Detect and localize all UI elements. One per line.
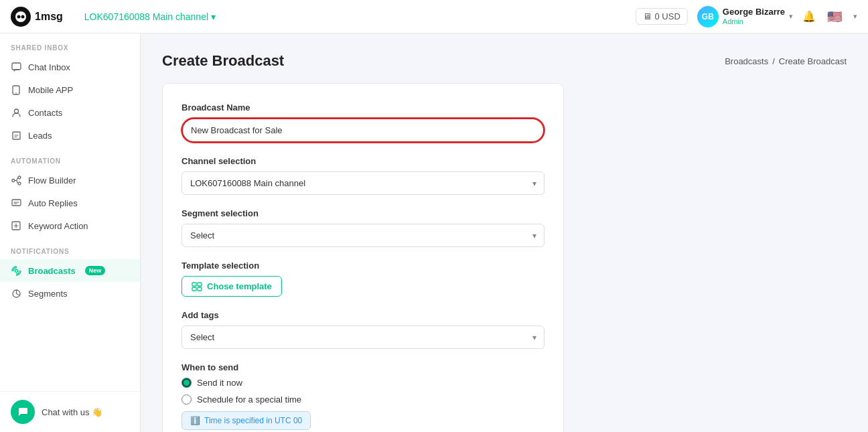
broadcast-name-group: Broadcast Name [182, 102, 545, 143]
svg-point-10 [18, 182, 21, 185]
schedule-option[interactable]: Schedule for a special time [182, 394, 545, 405]
svg-point-8 [12, 179, 15, 182]
schedule-radio[interactable] [182, 394, 192, 405]
utc-note: ℹ️ Time is specified in UTC 00 [182, 411, 311, 430]
template-selection-label: Template selection [182, 261, 545, 271]
broadcasts-new-badge: New [85, 266, 106, 275]
chat-widget-label: Chat with us 👋 [42, 407, 102, 417]
svg-point-2 [21, 15, 25, 18]
create-broadcast-form: Broadcast Name Channel selection LOK6071… [162, 83, 564, 432]
chose-template-button[interactable]: Chose template [182, 276, 282, 297]
sidebar-item-keyword-action[interactable]: Keyword Action [0, 214, 140, 237]
user-details: George Bizarre Admin [723, 7, 785, 26]
sidebar-item-leads[interactable]: Leads [0, 124, 140, 147]
channel-selector[interactable]: LOK607160088 Main channel ▾ [84, 11, 216, 22]
keyword-action-label: Keyword Action [28, 221, 88, 231]
send-now-radio[interactable] [182, 378, 192, 388]
flow-builder-label: Flow Builder [28, 175, 76, 186]
segments-label: Segments [28, 289, 68, 299]
svg-point-13 [15, 269, 17, 272]
utc-note-text: Time is specified in UTC 00 [204, 416, 302, 425]
balance-badge: 🖥 0 USD [636, 8, 688, 25]
mobile-app-icon [11, 84, 21, 95]
channel-select[interactable]: LOK607160088 Main channel [182, 171, 545, 195]
avatar: GB [697, 6, 719, 27]
segment-selection-label: Segment selection [182, 208, 545, 218]
segment-select-wrapper: Select [182, 224, 545, 247]
user-role: Admin [723, 17, 785, 26]
broadcast-name-label: Broadcast Name [182, 102, 545, 113]
keyword-action-icon [11, 220, 21, 231]
schedule-label: Schedule for a special time [197, 394, 301, 405]
contacts-icon [11, 107, 21, 118]
svg-point-6 [14, 109, 18, 113]
user-chevron-icon: ▾ [789, 12, 793, 21]
segments-icon [11, 288, 21, 299]
when-to-send-group: When to send Send it now Schedule for a … [182, 362, 545, 430]
breadcrumb-separator: / [772, 56, 775, 66]
segment-select[interactable]: Select [182, 224, 545, 247]
channel-select-wrapper: LOK607160088 Main channel [182, 171, 545, 195]
broadcast-name-input[interactable] [182, 118, 545, 143]
svg-rect-16 [198, 283, 202, 286]
leads-icon [11, 130, 21, 141]
svg-point-0 [15, 11, 26, 22]
svg-rect-15 [192, 283, 196, 286]
sidebar-item-mobile-app[interactable]: Mobile APP [0, 78, 140, 101]
page-title: Create Broadcast [162, 52, 284, 70]
sidebar-item-chat-inbox[interactable]: Chat Inbox [0, 56, 140, 78]
broadcasts-icon [11, 265, 21, 276]
flag-emoji: 🇺🇸 [827, 10, 842, 23]
balance-value: 0 USD [655, 11, 680, 21]
svg-point-9 [18, 176, 21, 179]
sidebar: SHARED INBOX Chat Inbox Mobile APP Conta… [0, 33, 141, 432]
language-flag[interactable]: 🇺🇸 [825, 10, 844, 23]
channel-name-text: LOK607160088 Main channel [84, 11, 208, 22]
content-area: Create Broadcast Broadcasts / Create Bro… [141, 33, 868, 432]
sidebar-item-segments[interactable]: Segments [0, 282, 140, 305]
tags-select-wrapper: Select [182, 326, 545, 349]
logo-icon [11, 7, 31, 27]
send-timing-radio-group: Send it now Schedule for a special time [182, 378, 545, 405]
sidebar-item-flow-builder[interactable]: Flow Builder [0, 169, 140, 192]
send-now-option[interactable]: Send it now [182, 378, 545, 388]
breadcrumb: Broadcasts / Create Broadcast [725, 56, 847, 66]
sidebar-item-contacts[interactable]: Contacts [0, 101, 140, 124]
svg-rect-17 [192, 287, 196, 291]
breadcrumb-parent[interactable]: Broadcasts [725, 56, 768, 66]
add-tags-group: Add tags Select [182, 310, 545, 349]
chat-widget-icon [11, 400, 35, 424]
tags-select[interactable]: Select [182, 326, 545, 349]
logo-text: 1msg [35, 11, 63, 23]
automation-section-label: AUTOMATION [0, 147, 140, 169]
leads-label: Leads [28, 131, 52, 141]
notifications-section-label: NOTIFICATIONS [0, 237, 140, 259]
page-header: Create Broadcast Broadcasts / Create Bro… [162, 52, 847, 70]
sidebar-item-broadcasts[interactable]: Broadcasts New [0, 259, 140, 282]
user-menu[interactable]: GB George Bizarre Admin ▾ [697, 6, 793, 27]
chat-widget[interactable]: Chat with us 👋 [0, 391, 140, 432]
main-layout: SHARED INBOX Chat Inbox Mobile APP Conta… [0, 33, 868, 432]
send-now-label: Send it now [197, 378, 242, 388]
auto-replies-icon [11, 198, 21, 208]
top-navigation: 1msg LOK607160088 Main channel ▾ 🖥 0 USD… [0, 0, 868, 33]
contacts-label: Contacts [28, 108, 62, 118]
shared-inbox-section-label: SHARED INBOX [0, 33, 140, 56]
logo: 1msg [11, 7, 63, 27]
info-icon: ℹ️ [190, 416, 200, 425]
template-selection-group: Template selection Chose template [182, 261, 545, 297]
svg-point-1 [17, 15, 21, 18]
notification-bell-icon[interactable]: 🔔 [802, 10, 816, 23]
when-to-send-label: When to send [182, 362, 545, 372]
auto-replies-label: Auto Replies [28, 198, 78, 208]
topnav-right: 🖥 0 USD GB George Bizarre Admin ▾ 🔔 🇺🇸 ▾ [636, 6, 858, 27]
flow-builder-icon [11, 175, 21, 186]
broadcasts-label: Broadcasts [28, 266, 76, 276]
svg-rect-3 [12, 63, 21, 70]
user-name: George Bizarre [723, 7, 785, 17]
flag-chevron-icon: ▾ [853, 12, 857, 21]
svg-rect-18 [198, 287, 202, 291]
add-tags-label: Add tags [182, 310, 545, 320]
sidebar-item-auto-replies[interactable]: Auto Replies [0, 192, 140, 214]
mobile-app-label: Mobile APP [28, 85, 73, 95]
